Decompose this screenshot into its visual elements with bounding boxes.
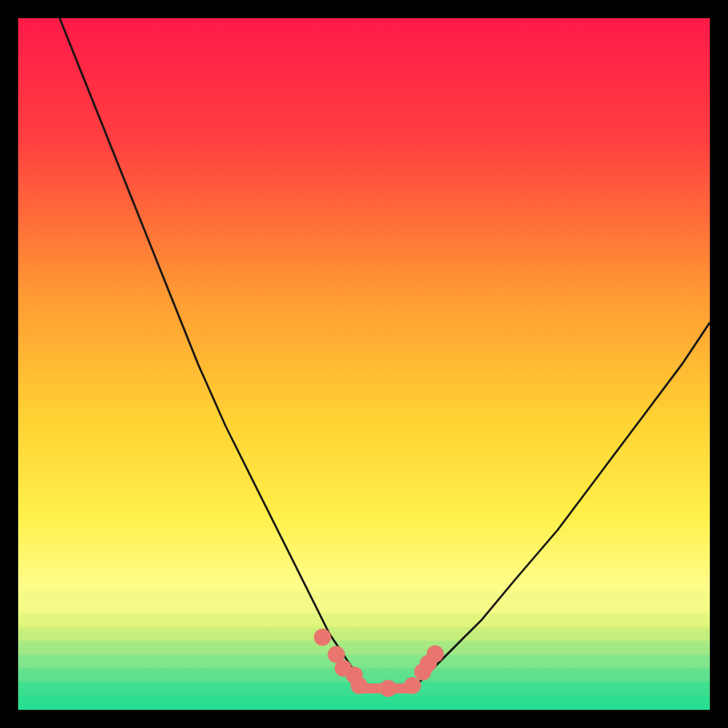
chart-svg	[18, 18, 710, 710]
svg-rect-2	[18, 627, 710, 642]
chart-frame: TheBottleneck.com	[18, 18, 710, 710]
marker-dot	[404, 677, 421, 694]
svg-rect-1	[18, 613, 710, 628]
svg-rect-3	[18, 641, 710, 655]
svg-rect-4	[18, 654, 710, 669]
svg-rect-7	[18, 696, 710, 710]
marker-dot	[379, 680, 397, 697]
svg-rect-0	[18, 599, 710, 613]
marker-dot	[427, 645, 444, 662]
marker-dot	[350, 677, 368, 694]
marker-dot	[314, 629, 331, 646]
